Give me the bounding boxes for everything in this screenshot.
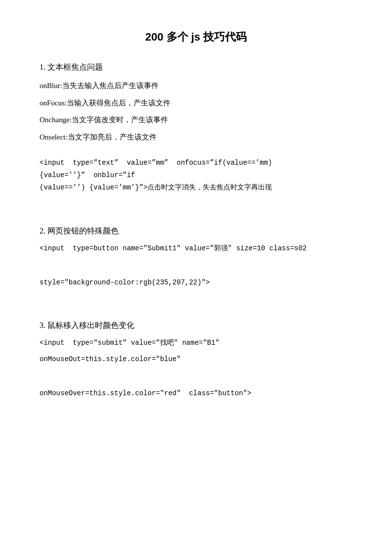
section-1-line-1: onBlur:当失去输入焦点后产生该事件 [40,79,352,93]
section-1-line-2: onFocus:当输入获得焦点后，产生该文件 [40,96,352,110]
section-2-code-line1: <input type=button name="Submit1" value=… [40,242,352,255]
section-1-code: <input type=”text” value=”mm” onfocus=”i… [40,157,352,194]
section-3-code-line2: onMouseOut=this.style.color="blue" [40,353,352,366]
section-3: 3. 鼠标移入移出时颜色变化 <input type="submit" valu… [40,321,352,400]
section-1-line-4: Onselect:当文字加亮后，产生该文件 [40,130,352,144]
section-1-heading: 1. 文本框焦点问题 [40,62,352,73]
section-1: 1. 文本框焦点问题 onBlur:当失去输入焦点后产生该事件 onFocus:… [40,62,352,194]
section-2-heading: 2. 网页按钮的特殊颜色 [40,226,352,236]
page-title: 200 多个 js 技巧代码 [40,30,352,45]
section-3-heading: 3. 鼠标移入移出时颜色变化 [40,321,352,331]
section-1-line-3: Onchange:当文字值改变时，产生该事件 [40,113,352,127]
section-3-code-line3: onMouseOver=this.style.color="red" class… [40,387,352,400]
section-2-code-line2: style="background-color:rgb(235,207,22)"… [40,277,352,289]
section-3-code-line1: <input type="submit" value="找吧" name="B1… [40,337,352,349]
section-2: 2. 网页按钮的特殊颜色 <input type=button name="Su… [40,226,352,289]
